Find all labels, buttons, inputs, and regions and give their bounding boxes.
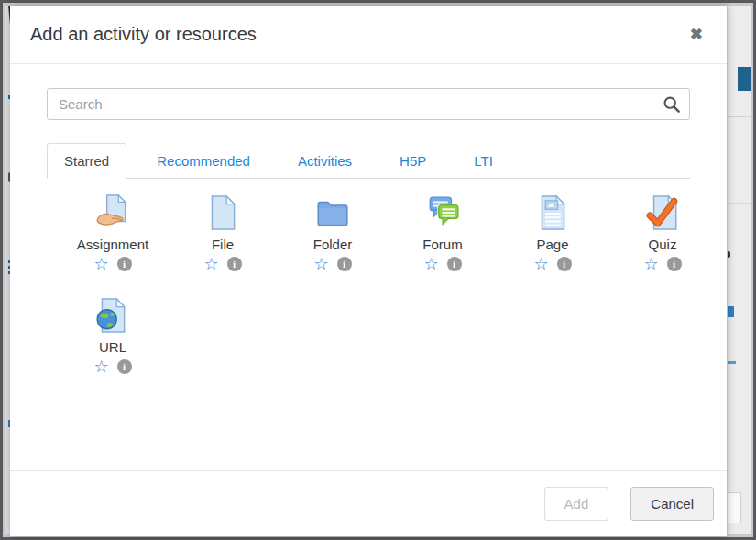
activity-grid: Assignment ☆ i File ☆ i [47, 179, 690, 376]
star-icon[interactable]: ☆ [533, 256, 548, 272]
tab-lti[interactable]: LTI [456, 143, 510, 179]
item-actions: ☆ i [643, 255, 681, 273]
activity-item-page[interactable]: Page ☆ i [498, 194, 608, 273]
item-actions: ☆ i [93, 358, 131, 376]
search-input[interactable] [47, 88, 690, 120]
item-actions: ☆ i [93, 255, 131, 273]
activity-chooser-modal: Add an activity or resources ✖ Starred R… [10, 6, 728, 536]
background-fragment [727, 203, 751, 204]
modal-header: Add an activity or resources ✖ [10, 6, 727, 64]
activity-item-quiz[interactable]: Quiz ☆ i [608, 194, 718, 273]
star-icon[interactable]: ☆ [313, 256, 328, 272]
screenshot-frame: Add an activity or resources ✖ Starred R… [0, 0, 756, 540]
close-icon[interactable]: ✖ [686, 23, 707, 46]
activity-item-label[interactable]: Assignment [77, 237, 148, 252]
cancel-button[interactable]: Cancel [630, 487, 714, 521]
activity-item-label[interactable]: Forum [422, 237, 462, 252]
background-fragment [728, 361, 736, 364]
url-icon[interactable] [94, 297, 131, 334]
tab-activities[interactable]: Activities [280, 143, 369, 179]
star-icon[interactable]: ☆ [93, 358, 108, 375]
chooser-tabs: Starred Recommended Activities H5P LTI [47, 143, 690, 179]
item-actions: ☆ i [313, 255, 351, 273]
info-icon[interactable]: i [117, 359, 132, 374]
modal-footer: Add Cancel [10, 470, 727, 536]
activity-item-label[interactable]: File [212, 237, 234, 252]
star-icon[interactable]: ☆ [423, 256, 438, 272]
star-icon[interactable]: ☆ [643, 256, 658, 272]
background-fragment [727, 116, 751, 117]
info-icon[interactable]: i [337, 257, 352, 271]
info-icon[interactable]: i [447, 257, 462, 271]
activity-item-forum[interactable]: Forum ☆ i [388, 194, 498, 273]
activity-item-label[interactable]: Quiz [649, 237, 677, 252]
folder-icon[interactable] [314, 194, 351, 231]
item-actions: ☆ i [423, 255, 461, 273]
activity-item-label[interactable]: Folder [313, 237, 353, 252]
search-bar [47, 88, 690, 120]
quiz-icon[interactable] [644, 194, 681, 231]
modal-title: Add an activity or resources [30, 24, 257, 45]
info-icon[interactable]: i [117, 257, 132, 271]
activity-item-label[interactable]: Page [536, 237, 568, 252]
tab-h5p[interactable]: H5P [382, 143, 444, 179]
item-actions: ☆ i [203, 255, 241, 273]
add-button[interactable]: Add [544, 487, 609, 521]
background-blue-bar-fragment [738, 67, 751, 91]
search-icon[interactable] [661, 94, 683, 116]
assignment-icon[interactable] [94, 194, 131, 231]
info-icon[interactable]: i [227, 257, 242, 271]
tab-recommended[interactable]: Recommended [139, 143, 268, 179]
page-icon[interactable] [534, 194, 571, 231]
star-icon[interactable]: ☆ [203, 256, 218, 272]
info-icon[interactable]: i [557, 257, 572, 271]
background-fragment [727, 306, 734, 317]
info-icon[interactable]: i [667, 257, 682, 271]
modal-body: Starred Recommended Activities H5P LTI A… [10, 64, 727, 470]
activity-item-assignment[interactable]: Assignment ☆ i [58, 194, 168, 273]
activity-item-file[interactable]: File ☆ i [168, 194, 278, 273]
activity-item-url[interactable]: URL ☆ i [58, 297, 168, 376]
activity-item-label[interactable]: URL [99, 339, 126, 355]
file-icon[interactable] [204, 194, 241, 231]
tab-starred[interactable]: Starred [47, 143, 126, 179]
item-actions: ☆ i [533, 255, 571, 273]
activity-item-folder[interactable]: Folder ☆ i [278, 194, 388, 273]
forum-icon[interactable] [424, 194, 461, 231]
star-icon[interactable]: ☆ [93, 256, 108, 272]
